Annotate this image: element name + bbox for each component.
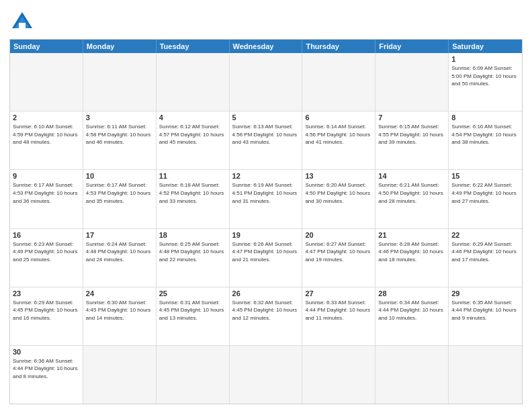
day-cell-empty-5-2 — [157, 346, 230, 404]
day-cell-26: 26Sunrise: 6:32 AM Sunset: 4:45 PM Dayli… — [230, 287, 303, 345]
calendar-row-5: 30Sunrise: 6:36 AM Sunset: 4:44 PM Dayli… — [10, 345, 522, 404]
day-info: Sunrise: 6:17 AM Sunset: 4:53 PM Dayligh… — [86, 181, 153, 205]
day-number: 3 — [86, 113, 153, 122]
calendar-row-1: 2Sunrise: 6:10 AM Sunset: 4:59 PM Daylig… — [10, 111, 522, 169]
day-number: 19 — [232, 231, 300, 239]
day-number: 10 — [86, 172, 153, 180]
day-info: Sunrise: 6:33 AM Sunset: 4:44 PM Dayligh… — [305, 299, 372, 322]
day-cell-empty-0-3 — [230, 53, 303, 111]
day-cell-23: 23Sunrise: 6:29 AM Sunset: 4:45 PM Dayli… — [10, 287, 83, 345]
day-info: Sunrise: 6:29 AM Sunset: 4:46 PM Dayligh… — [451, 240, 519, 264]
day-info: Sunrise: 6:19 AM Sunset: 4:51 PM Dayligh… — [232, 181, 300, 205]
day-number: 8 — [451, 113, 519, 122]
day-info: Sunrise: 6:11 AM Sunset: 4:58 PM Dayligh… — [86, 123, 153, 146]
day-info: Sunrise: 6:26 AM Sunset: 4:47 PM Dayligh… — [232, 240, 300, 264]
day-cell-24: 24Sunrise: 6:30 AM Sunset: 4:45 PM Dayli… — [83, 287, 157, 345]
day-number: 1 — [451, 55, 519, 63]
day-info: Sunrise: 6:10 AM Sunset: 4:59 PM Dayligh… — [13, 123, 80, 146]
day-cell-empty-5-6 — [449, 346, 522, 404]
day-cell-9: 9Sunrise: 6:17 AM Sunset: 4:53 PM Daylig… — [10, 170, 83, 228]
day-cell-empty-5-5 — [375, 346, 449, 404]
day-cell-empty-5-4 — [302, 346, 375, 404]
day-cell-25: 25Sunrise: 6:31 AM Sunset: 4:45 PM Dayli… — [157, 287, 230, 345]
day-cell-6: 6Sunrise: 6:14 AM Sunset: 4:56 PM Daylig… — [302, 111, 375, 169]
day-info: Sunrise: 6:29 AM Sunset: 4:45 PM Dayligh… — [13, 299, 80, 322]
day-cell-21: 21Sunrise: 6:28 AM Sunset: 4:46 PM Dayli… — [375, 229, 449, 287]
day-number: 22 — [451, 231, 519, 239]
day-number: 15 — [451, 172, 519, 180]
day-cell-1: 1Sunrise: 6:09 AM Sunset: 5:00 PM Daylig… — [449, 53, 522, 111]
day-number: 29 — [451, 289, 519, 298]
weekday-header-monday: Monday — [83, 40, 157, 53]
day-number: 23 — [13, 289, 80, 298]
day-cell-empty-0-1 — [83, 53, 157, 111]
day-number: 6 — [305, 113, 372, 122]
calendar-body: 1Sunrise: 6:09 AM Sunset: 5:00 PM Daylig… — [10, 53, 522, 404]
day-info: Sunrise: 6:36 AM Sunset: 4:44 PM Dayligh… — [13, 357, 80, 381]
day-info: Sunrise: 6:27 AM Sunset: 4:47 PM Dayligh… — [305, 240, 372, 264]
day-number: 4 — [159, 113, 226, 122]
day-info: Sunrise: 6:15 AM Sunset: 4:55 PM Dayligh… — [378, 123, 445, 146]
day-cell-empty-5-1 — [83, 346, 157, 404]
day-number: 17 — [86, 231, 153, 239]
day-number: 20 — [305, 231, 372, 239]
day-info: Sunrise: 6:18 AM Sunset: 4:52 PM Dayligh… — [159, 181, 226, 205]
svg-rect-2 — [19, 23, 26, 28]
day-info: Sunrise: 6:12 AM Sunset: 4:57 PM Dayligh… — [159, 123, 226, 146]
calendar-row-2: 9Sunrise: 6:17 AM Sunset: 4:53 PM Daylig… — [10, 169, 522, 228]
weekday-header-thursday: Thursday — [302, 40, 375, 53]
day-number: 30 — [13, 348, 80, 356]
day-cell-2: 2Sunrise: 6:10 AM Sunset: 4:59 PM Daylig… — [10, 111, 83, 169]
day-info: Sunrise: 6:20 AM Sunset: 4:50 PM Dayligh… — [305, 181, 372, 205]
day-cell-7: 7Sunrise: 6:15 AM Sunset: 4:55 PM Daylig… — [375, 111, 449, 169]
calendar-row-4: 23Sunrise: 6:29 AM Sunset: 4:45 PM Dayli… — [10, 287, 522, 345]
day-cell-empty-0-4 — [302, 53, 375, 111]
calendar-header: SundayMondayTuesdayWednesdayThursdayFrid… — [10, 40, 522, 53]
day-cell-15: 15Sunrise: 6:22 AM Sunset: 4:49 PM Dayli… — [449, 170, 522, 228]
day-cell-8: 8Sunrise: 6:16 AM Sunset: 4:54 PM Daylig… — [449, 111, 522, 169]
day-number: 12 — [232, 172, 300, 180]
day-number: 16 — [13, 231, 80, 239]
day-number: 28 — [378, 289, 445, 298]
day-number: 21 — [378, 231, 445, 239]
day-cell-14: 14Sunrise: 6:21 AM Sunset: 4:50 PM Dayli… — [375, 170, 449, 228]
day-info: Sunrise: 6:22 AM Sunset: 4:49 PM Dayligh… — [451, 181, 519, 205]
day-cell-22: 22Sunrise: 6:29 AM Sunset: 4:46 PM Dayli… — [449, 229, 522, 287]
day-info: Sunrise: 6:17 AM Sunset: 4:53 PM Dayligh… — [13, 181, 80, 205]
day-number: 13 — [305, 172, 372, 180]
day-cell-20: 20Sunrise: 6:27 AM Sunset: 4:47 PM Dayli… — [302, 229, 375, 287]
day-info: Sunrise: 6:13 AM Sunset: 4:56 PM Dayligh… — [232, 123, 300, 146]
day-cell-empty-0-5 — [375, 53, 449, 111]
day-cell-29: 29Sunrise: 6:35 AM Sunset: 4:44 PM Dayli… — [449, 287, 522, 345]
day-info: Sunrise: 6:24 AM Sunset: 4:48 PM Dayligh… — [86, 240, 153, 264]
logo — [9, 9, 38, 35]
day-cell-11: 11Sunrise: 6:18 AM Sunset: 4:52 PM Dayli… — [157, 170, 230, 228]
day-cell-empty-5-3 — [230, 346, 303, 404]
day-cell-empty-0-0 — [10, 53, 83, 111]
day-number: 11 — [159, 172, 226, 180]
day-cell-10: 10Sunrise: 6:17 AM Sunset: 4:53 PM Dayli… — [83, 170, 157, 228]
day-number: 25 — [159, 289, 226, 298]
day-number: 26 — [232, 289, 300, 298]
day-info: Sunrise: 6:23 AM Sunset: 4:49 PM Dayligh… — [13, 240, 80, 264]
day-cell-4: 4Sunrise: 6:12 AM Sunset: 4:57 PM Daylig… — [157, 111, 230, 169]
calendar-row-3: 16Sunrise: 6:23 AM Sunset: 4:49 PM Dayli… — [10, 228, 522, 287]
day-number: 24 — [86, 289, 153, 298]
day-cell-30: 30Sunrise: 6:36 AM Sunset: 4:44 PM Dayli… — [10, 346, 83, 404]
weekday-header-friday: Friday — [375, 40, 449, 53]
weekday-header-saturday: Saturday — [449, 40, 522, 53]
day-cell-19: 19Sunrise: 6:26 AM Sunset: 4:47 PM Dayli… — [230, 229, 303, 287]
day-info: Sunrise: 6:32 AM Sunset: 4:45 PM Dayligh… — [232, 299, 300, 322]
day-number: 2 — [13, 113, 80, 122]
calendar-row-0: 1Sunrise: 6:09 AM Sunset: 5:00 PM Daylig… — [10, 53, 522, 111]
day-cell-27: 27Sunrise: 6:33 AM Sunset: 4:44 PM Dayli… — [302, 287, 375, 345]
day-cell-28: 28Sunrise: 6:34 AM Sunset: 4:44 PM Dayli… — [375, 287, 449, 345]
day-number: 7 — [378, 113, 445, 122]
day-info: Sunrise: 6:30 AM Sunset: 4:45 PM Dayligh… — [86, 299, 153, 322]
weekday-header-sunday: Sunday — [10, 40, 83, 53]
header — [9, 7, 523, 35]
day-cell-18: 18Sunrise: 6:25 AM Sunset: 4:48 PM Dayli… — [157, 229, 230, 287]
day-cell-5: 5Sunrise: 6:13 AM Sunset: 4:56 PM Daylig… — [230, 111, 303, 169]
day-info: Sunrise: 6:28 AM Sunset: 4:46 PM Dayligh… — [378, 240, 445, 264]
day-info: Sunrise: 6:25 AM Sunset: 4:48 PM Dayligh… — [159, 240, 226, 264]
